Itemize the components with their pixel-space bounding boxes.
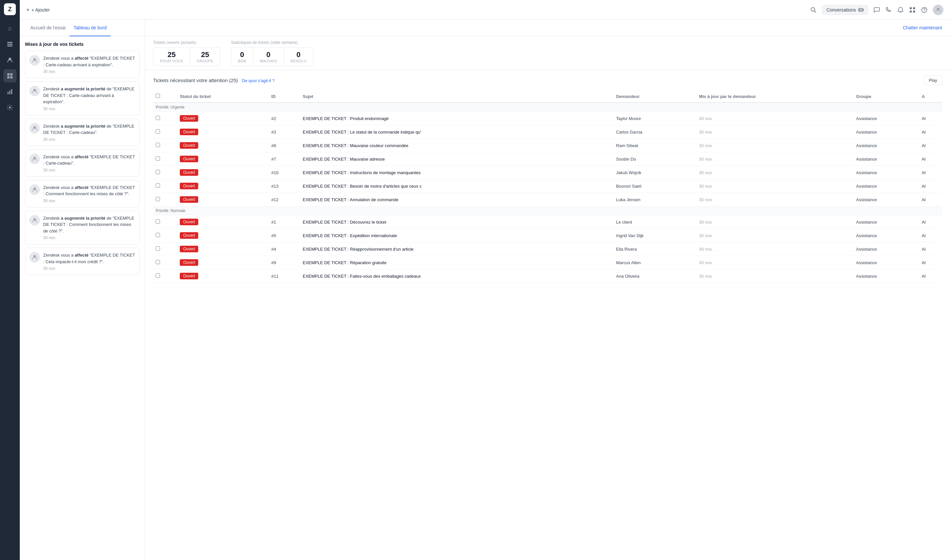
row-subject[interactable]: EXEMPLE DE TICKET : Besoin de moins d'ar… [300,179,614,193]
ticket-checkbox[interactable] [156,156,160,161]
row-subject[interactable]: EXEMPLE DE TICKET : Produit endommagé [300,112,614,125]
what-is-it-link[interactable]: De quoi s'agit-il ? [242,78,274,83]
reports-icon[interactable] [3,85,17,98]
stat-for-you-number: 25 [160,51,183,59]
table-row[interactable]: Ouvert #5 EXEMPLE DE TICKET : Expédition… [153,229,942,242]
tab-home[interactable]: Accueil de l'essai [26,20,69,36]
apps-icon[interactable] [3,69,17,82]
ticket-stats-section: 0 BON 0 MAUVAIS 0 RÉSOLU [231,48,313,66]
svg-rect-4 [7,73,9,75]
header-requester: Demandeur [614,90,696,103]
table-header-row: Statut du ticket ID Sujet Demandeur Mis … [153,90,942,103]
ticket-checkbox[interactable] [156,170,160,174]
tickets-icon[interactable] [3,38,17,51]
ticket-checkbox[interactable] [156,219,160,224]
conversations-badge: 0 [858,8,864,12]
row-assignee: Al [919,215,942,229]
update-content: Zendesk a augmenté la priorité de "EXEMP… [43,123,135,142]
row-subject[interactable]: EXEMPLE DE TICKET : Faites-vous des emba… [300,269,614,283]
status-badge: Ouvert [180,232,198,239]
table-row[interactable]: Ouvert #1 EXEMPLE DE TICKET : Découvrez … [153,215,942,229]
ticket-checkbox[interactable] [156,129,160,134]
conversations-button[interactable]: Conversations 0 [822,5,868,15]
row-subject[interactable]: EXEMPLE DE TICKET : Mauvaise couleur com… [300,139,614,152]
table-row[interactable]: Ouvert #4 EXEMPLE DE TICKET : Réapprovis… [153,242,942,256]
row-date: 30 nov. [696,152,853,166]
ticket-checkbox[interactable] [156,197,160,201]
row-status: Ouvert [177,166,268,179]
help-button[interactable] [921,6,928,13]
phone-icon-button[interactable] [885,6,892,13]
notifications-button[interactable] [897,6,904,13]
update-card[interactable]: Zendesk vous a affecté "EXEMPLE DE TICKE… [25,51,140,78]
row-id: #2 [269,112,300,125]
table-row[interactable]: Ouvert #9 EXEMPLE DE TICKET : Réparation… [153,256,942,269]
grid-button[interactable] [909,6,916,13]
ticket-checkbox[interactable] [156,274,160,278]
row-checkbox [153,179,177,193]
ticket-checkbox[interactable] [156,246,160,251]
row-subject[interactable]: EXEMPLE DE TICKET : Mauvaise adresse [300,152,614,166]
header-group: Groupe [853,90,919,103]
ticket-checkbox[interactable] [156,183,160,188]
row-requester: Le client [614,215,696,229]
row-subject[interactable]: EXEMPLE DE TICKET : Instructions de mont… [300,166,614,179]
ticket-checkbox[interactable] [156,116,160,120]
priority-urgent-row: Priorité: Urgente [153,103,942,112]
table-row[interactable]: Ouvert #11 EXEMPLE DE TICKET : Faites-vo… [153,269,942,283]
play-button[interactable]: Play [924,75,942,85]
row-subject[interactable]: EXEMPLE DE TICKET : Découvrez le ticket [300,215,614,229]
ticket-checkbox[interactable] [156,260,160,264]
update-cards: Zendesk vous a affecté "EXEMPLE DE TICKE… [25,51,140,275]
settings-icon[interactable] [3,101,17,114]
svg-rect-5 [10,73,12,75]
tickets-table: Statut du ticket ID Sujet Demandeur Mis … [153,90,942,283]
header-checkbox [153,90,177,103]
row-group: Assistance [853,256,919,269]
row-subject[interactable]: EXEMPLE DE TICKET : Annulation de comman… [300,193,614,206]
home-icon[interactable]: ⌂ [3,22,17,35]
table-row[interactable]: Ouvert #10 EXEMPLE DE TICKET : Instructi… [153,166,942,179]
add-button[interactable]: + + Ajouter [26,7,50,13]
row-subject[interactable]: EXEMPLE DE TICKET : Expédition internati… [300,229,614,242]
update-card[interactable]: Zendesk a augmenté la priorité de "EXEMP… [25,82,140,115]
row-requester: Soobin Do [614,152,696,166]
table-row[interactable]: Ouvert #2 EXEMPLE DE TICKET : Produit en… [153,112,942,125]
ticket-checkbox[interactable] [156,233,160,237]
row-assignee: Al [919,152,942,166]
update-card[interactable]: Zendesk vous a affecté "EXEMPLE DE TICKE… [25,248,140,275]
table-row[interactable]: Ouvert #3 EXEMPLE DE TICKET : Le statut … [153,125,942,139]
main-area: + + Ajouter Conversations 0 [20,0,950,560]
tab-dashboard[interactable]: Tableau de bord [69,20,111,36]
status-badge: Ouvert [180,259,198,266]
stat-bad: 0 MAUVAIS [253,48,284,66]
chat-icon-button[interactable] [873,6,880,13]
row-id: #10 [269,166,300,179]
status-badge: Ouvert [180,169,198,176]
update-card[interactable]: Zendesk a augmenté la priorité de "EXEMP… [25,119,140,146]
row-requester: Ram Sitwat [614,139,696,152]
chat-now-link[interactable]: Chatter maintenant [903,25,942,30]
svg-rect-6 [7,76,9,78]
row-subject[interactable]: EXEMPLE DE TICKET : Le statut de la comm… [300,125,614,139]
table-row[interactable]: Ouvert #8 EXEMPLE DE TICKET : Mauvaise c… [153,139,942,152]
ticket-checkbox[interactable] [156,143,160,147]
tickets-tbody: Priorité: Urgente Ouvert #2 EXEMPLE DE T… [153,103,942,283]
select-all-checkbox[interactable] [156,94,160,98]
row-subject[interactable]: EXEMPLE DE TICKET : Réparation gratuite [300,256,614,269]
row-checkbox [153,112,177,125]
update-card[interactable]: Zendesk a augmenté la priorité de "EXEMP… [25,211,140,245]
row-subject[interactable]: EXEMPLE DE TICKET : Réapprovisionnement … [300,242,614,256]
row-status: Ouvert [177,139,268,152]
table-row[interactable]: Ouvert #7 EXEMPLE DE TICKET : Mauvaise a… [153,152,942,166]
update-card[interactable]: Zendesk vous a affecté "EXEMPLE DE TICKE… [25,149,140,177]
search-button[interactable] [810,6,817,13]
row-assignee: Al [919,139,942,152]
user-avatar[interactable] [933,5,944,15]
table-row[interactable]: Ouvert #13 EXEMPLE DE TICKET : Besoin de… [153,179,942,193]
users-icon[interactable] [3,54,17,67]
row-date: 30 nov. [696,166,853,179]
update-card[interactable]: Zendesk vous a affecté "EXEMPLE DE TICKE… [25,180,140,208]
svg-rect-2 [7,46,12,46]
table-row[interactable]: Ouvert #12 EXEMPLE DE TICKET : Annulatio… [153,193,942,206]
